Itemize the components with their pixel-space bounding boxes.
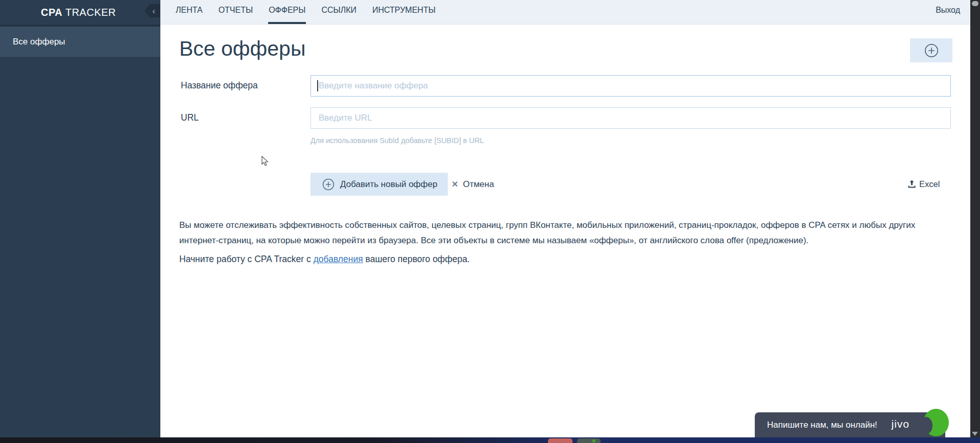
jivo-logo: jivo [891, 418, 910, 430]
mouse-cursor [261, 156, 269, 167]
cancel-button[interactable]: ✕ Отмена [451, 173, 494, 196]
getting-started-text-after: вашего первого оффера. [363, 254, 470, 264]
getting-started-paragraph: Начните работу с CPA Tracker с добавлени… [179, 254, 470, 265]
bottom-bar-green-dot [592, 439, 595, 442]
offer-name-label: Название оффера [181, 80, 258, 91]
text-caret [317, 80, 318, 91]
subid-hint: Для использования SubId добавьте [SUBID]… [310, 136, 484, 145]
add-new-offer-label: Добавить новый оффер [340, 179, 438, 190]
bottom-bar [0, 437, 980, 443]
app-logo-rest: TRACKER [62, 7, 116, 18]
scrollbar[interactable] [970, 0, 980, 443]
close-icon: ✕ [451, 179, 458, 189]
tab-lenta[interactable]: ЛЕНТА [175, 0, 203, 24]
excel-export-button[interactable]: Excel [907, 173, 940, 196]
offer-name-input[interactable] [310, 75, 951, 97]
add-offer-link[interactable]: добавления [314, 254, 363, 264]
app-logo: CPA TRACKER [0, 7, 116, 18]
upload-icon [907, 180, 916, 189]
sidebar: CPA TRACKER ‹ Все офферы [0, 0, 160, 437]
top-navigation: ЛЕНТА ОТЧЕТЫ ОФФЕРЫ ССЫЛКИ ИНСТРУМЕНТЫ В… [160, 0, 970, 25]
tab-offery[interactable]: ОФФЕРЫ [268, 0, 306, 24]
sidebar-collapse-button[interactable]: ‹ [145, 4, 160, 17]
app-window: CPA TRACKER ‹ Все офферы ЛЕНТА ОТЧЕТЫ ОФ… [0, 0, 980, 443]
page-title: Все офферы [179, 37, 305, 61]
chevron-left-icon: ‹ [149, 7, 155, 15]
tab-instrumenty[interactable]: ИНСТРУМЕНТЫ [372, 0, 436, 24]
add-offer-plus-button[interactable] [910, 38, 952, 62]
plus-circle-icon [924, 43, 939, 58]
add-new-offer-button[interactable]: Добавить новый оффер [310, 173, 448, 196]
plus-circle-icon [322, 178, 334, 191]
bottom-bar-red-chip [548, 438, 572, 443]
scrollbar-thumb[interactable] [972, 1, 978, 6]
offer-url-input[interactable] [310, 107, 951, 129]
excel-label: Excel [919, 179, 940, 189]
logout-link[interactable]: Выход [936, 0, 960, 20]
tab-ssylki[interactable]: ССЫЛКИ [321, 0, 357, 24]
jivo-leaf-icon[interactable] [923, 409, 949, 436]
chat-message: Напишите нам, мы онлайн! [755, 420, 877, 430]
offer-url-label: URL [181, 112, 199, 123]
sidebar-item-label: Все офферы [13, 37, 65, 47]
sidebar-header: CPA TRACKER ‹ [0, 0, 160, 25]
sidebar-item-all-offers[interactable]: Все офферы [0, 27, 160, 58]
bottom-bar-gray-chip [577, 438, 601, 443]
scrollbar-down-arrow[interactable] [972, 432, 978, 436]
chat-widget[interactable]: Напишите нам, мы онлайн! jivo [755, 412, 945, 437]
description-paragraph: Вы можете отслеживать эффективность собс… [179, 218, 943, 248]
app-logo-bold: CPA [41, 7, 62, 18]
tab-otchety[interactable]: ОТЧЕТЫ [218, 0, 254, 24]
cancel-label: Отмена [463, 179, 494, 190]
getting-started-text-before: Начните работу с CPA Tracker с [179, 254, 314, 264]
